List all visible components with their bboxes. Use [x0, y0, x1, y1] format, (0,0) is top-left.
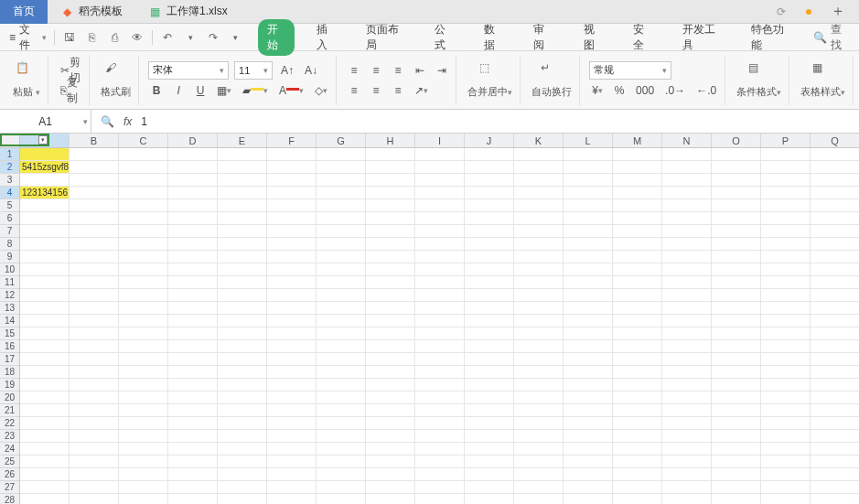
cell[interactable]: [366, 417, 415, 430]
cell[interactable]: [564, 494, 613, 504]
cell[interactable]: [119, 366, 168, 379]
cell[interactable]: [662, 417, 712, 430]
row-header-20[interactable]: 20: [0, 391, 19, 404]
cell[interactable]: [662, 187, 712, 199]
cell[interactable]: [317, 379, 366, 391]
col-header-H[interactable]: H: [366, 134, 415, 147]
cell[interactable]: [662, 456, 712, 468]
cell[interactable]: [613, 494, 662, 504]
cell[interactable]: [811, 353, 859, 366]
cell[interactable]: [267, 161, 317, 174]
cell[interactable]: [317, 199, 366, 212]
cell[interactable]: [317, 276, 366, 289]
cell[interactable]: [564, 276, 613, 289]
row-header-12[interactable]: 12: [0, 289, 19, 302]
col-header-C[interactable]: C: [119, 134, 168, 147]
cell[interactable]: [761, 417, 811, 430]
row-header-24[interactable]: 24: [0, 443, 19, 456]
cell[interactable]: [811, 481, 859, 494]
cell[interactable]: [514, 199, 564, 212]
cell[interactable]: [168, 161, 218, 174]
row-header-17[interactable]: 17: [0, 353, 19, 366]
ribbon-tab-insert[interactable]: 插入: [307, 19, 344, 56]
cell[interactable]: [662, 366, 712, 379]
align-center-icon[interactable]: ≡: [368, 81, 384, 100]
cell[interactable]: [267, 199, 317, 212]
cell[interactable]: [70, 187, 119, 199]
cell[interactable]: [168, 353, 218, 366]
cell[interactable]: [168, 481, 218, 494]
cell[interactable]: [465, 225, 514, 238]
cell[interactable]: [761, 276, 811, 289]
cell[interactable]: [613, 276, 662, 289]
cell[interactable]: [613, 238, 662, 251]
cell[interactable]: [465, 366, 514, 379]
cell[interactable]: [119, 199, 168, 212]
cell[interactable]: [119, 481, 168, 494]
cell[interactable]: [317, 161, 366, 174]
cell[interactable]: [70, 199, 119, 212]
cell[interactable]: [712, 263, 761, 276]
cell[interactable]: [811, 443, 859, 456]
cell[interactable]: [168, 148, 218, 161]
cell[interactable]: [168, 302, 218, 315]
zoom-icon[interactable]: 🔍: [101, 115, 114, 128]
cell[interactable]: [218, 430, 267, 443]
cell[interactable]: [564, 443, 613, 456]
search-box[interactable]: 🔍 查找: [813, 22, 850, 53]
cell[interactable]: [662, 391, 712, 404]
cell[interactable]: [317, 391, 366, 404]
cell[interactable]: [564, 212, 613, 225]
cell[interactable]: [366, 212, 415, 225]
cell[interactable]: [761, 379, 811, 391]
cell[interactable]: [761, 238, 811, 251]
cell[interactable]: [564, 468, 613, 481]
col-header-G[interactable]: G: [317, 134, 366, 147]
cell[interactable]: [712, 161, 761, 174]
cell[interactable]: [267, 456, 317, 468]
cell[interactable]: [662, 443, 712, 456]
cell[interactable]: [811, 456, 859, 468]
cell[interactable]: [267, 263, 317, 276]
cell[interactable]: [218, 174, 267, 187]
cell[interactable]: [218, 353, 267, 366]
cell[interactable]: [70, 379, 119, 391]
cell[interactable]: [662, 212, 712, 225]
row-header-16[interactable]: 16: [0, 340, 19, 353]
cell[interactable]: [218, 443, 267, 456]
cell[interactable]: [317, 327, 366, 340]
cell[interactable]: [761, 225, 811, 238]
cell[interactable]: [514, 161, 564, 174]
cell[interactable]: [514, 225, 564, 238]
name-box[interactable]: A1 ▾: [0, 110, 91, 134]
cell[interactable]: [761, 315, 811, 327]
cell[interactable]: [811, 225, 859, 238]
cell[interactable]: [613, 430, 662, 443]
cell[interactable]: [267, 174, 317, 187]
cell[interactable]: [20, 302, 70, 315]
cell[interactable]: [70, 161, 119, 174]
underline-button[interactable]: U: [192, 81, 209, 100]
cell[interactable]: [70, 174, 119, 187]
row-header-2[interactable]: 2: [0, 161, 19, 174]
cell[interactable]: [811, 251, 859, 263]
cell[interactable]: [415, 327, 465, 340]
cell[interactable]: [613, 340, 662, 353]
cell[interactable]: [514, 327, 564, 340]
cell[interactable]: [267, 289, 317, 302]
cell[interactable]: [514, 481, 564, 494]
cell[interactable]: [514, 404, 564, 417]
cell[interactable]: [712, 199, 761, 212]
col-header-N[interactable]: N: [662, 134, 712, 147]
cell[interactable]: [761, 327, 811, 340]
cell[interactable]: [761, 174, 811, 187]
cell[interactable]: [662, 315, 712, 327]
cell[interactable]: [20, 327, 70, 340]
cell[interactable]: [218, 225, 267, 238]
cell[interactable]: [564, 404, 613, 417]
cell[interactable]: [514, 443, 564, 456]
cell[interactable]: [465, 199, 514, 212]
cell[interactable]: [811, 161, 859, 174]
cell[interactable]: [415, 302, 465, 315]
cell[interactable]: [415, 251, 465, 263]
